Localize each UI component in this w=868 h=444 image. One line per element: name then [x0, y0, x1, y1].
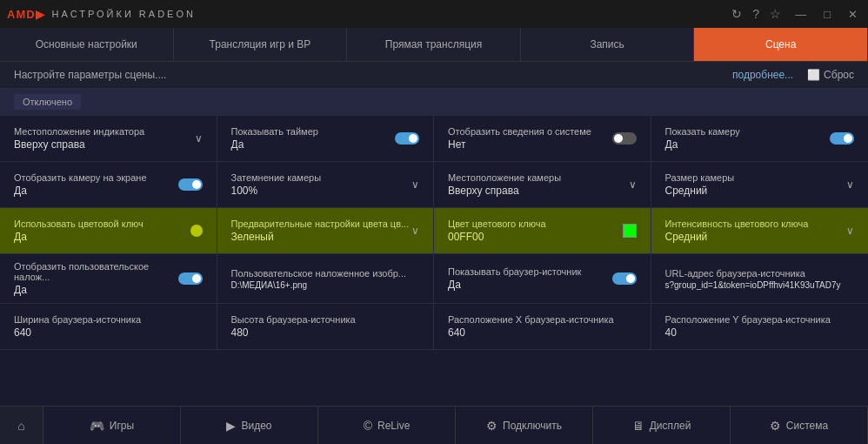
label-browser-width: Ширина браузера-источника: [14, 314, 203, 325]
cell-browser-height: Высота браузера-источника 480: [217, 304, 435, 349]
nav-system-label: Система: [786, 420, 828, 432]
value-browser-url: s?group_id=1&token=ioDPffhvi41K93uTAD7y: [665, 280, 855, 290]
maximize-button[interactable]: □: [820, 8, 834, 21]
cell-display-camera: Отобразить камеру на экране Да: [0, 162, 217, 207]
display-icon: 🖥: [632, 419, 644, 433]
app-window: AMD▶ НАСТРОЙКИ RADEON ↻ ? ☆ — □ ✕ Основн…: [0, 0, 868, 444]
tab-basic[interactable]: Основные настройки: [0, 28, 174, 61]
toggle-show-timer[interactable]: [395, 132, 419, 145]
cell-chroma-color: Цвет цветового ключа 00FF00: [434, 208, 651, 253]
label-browser-height: Высота браузера-источника: [231, 314, 420, 325]
toggle-display-camera[interactable]: [178, 178, 203, 191]
minimize-button[interactable]: —: [791, 8, 810, 21]
label-show-timer: Показывать таймер: [231, 126, 396, 137]
value-indicator-position: Вверху справа: [14, 138, 195, 151]
nav-games[interactable]: 🎮 Игры: [43, 407, 181, 444]
status-badge: Отключено: [14, 94, 81, 110]
refresh-icon[interactable]: ↻: [731, 7, 742, 21]
tab-record[interactable]: Запись: [521, 28, 695, 61]
label-show-camera: Показать камеру: [665, 126, 831, 137]
toggle-show-overlay[interactable]: [178, 272, 203, 285]
label-camera-size: Размер камеры: [665, 172, 847, 183]
value-chroma-key: Да: [14, 231, 190, 243]
cell-browser-y: Расположение Y браузера-источника 40: [651, 304, 869, 349]
tab-broadcast[interactable]: Трансляция игр и ВР: [174, 28, 348, 61]
reset-button[interactable]: ⬜ Сброс: [807, 69, 854, 81]
subtitle-bar: Настройте параметры сцены.... подробнее.…: [0, 62, 868, 89]
chevron-camera-position[interactable]: ∨: [629, 178, 637, 191]
title-bar-left: AMD▶ НАСТРОЙКИ RADEON: [7, 8, 196, 21]
nav-display[interactable]: 🖥 Дисплей: [593, 407, 731, 444]
cell-show-sysinfo: Отобразить сведения о системе Нет: [434, 116, 651, 161]
chevron-chroma-preset[interactable]: ∨: [411, 225, 419, 237]
nav-home[interactable]: ⌂: [0, 407, 43, 444]
cell-camera-position: Местоположение камеры Вверху справа ∨: [434, 162, 651, 207]
chevron-indicator-position[interactable]: ∨: [195, 132, 203, 145]
cell-camera-size: Размер камеры Средний ∨: [651, 162, 869, 207]
toggle-show-camera[interactable]: [830, 132, 854, 145]
value-show-timer: Да: [231, 138, 396, 151]
relive-icon: ©: [364, 419, 372, 433]
chevron-camera-size[interactable]: ∨: [846, 178, 854, 191]
nav-relive[interactable]: © ReLive: [318, 407, 456, 444]
settings-area: Местоположение индикатора Вверху справа …: [0, 116, 868, 427]
chevron-camera-dim[interactable]: ∨: [411, 178, 419, 191]
nav-video[interactable]: ▶ Видео: [181, 407, 318, 444]
chroma-key-dot[interactable]: [190, 225, 203, 237]
label-chroma-preset: Предварительные настройки цвета цв...: [231, 219, 412, 229]
chevron-chroma-intensity[interactable]: ∨: [846, 225, 854, 237]
bottom-nav: ⌂ 🎮 Игры ▶ Видео © ReLive ⚙ Подключить 🖥…: [0, 406, 868, 444]
settings-row-4: Отобразить пользовательское налож... Да …: [0, 254, 868, 304]
nav-display-label: Дисплей: [650, 420, 691, 432]
nav-system[interactable]: ⚙ Система: [731, 407, 868, 444]
label-browser-y: Расположение Y браузера-источника: [665, 314, 855, 325]
close-button[interactable]: ✕: [845, 8, 861, 21]
label-browser-x: Расположение X браузера-источника: [448, 314, 637, 325]
value-browser-height: 480: [231, 326, 420, 339]
video-icon: ▶: [226, 419, 236, 433]
tab-bar: Основные настройки Трансляция игр и ВР П…: [0, 28, 868, 62]
nav-connect[interactable]: ⚙ Подключить: [456, 407, 593, 444]
value-chroma-color: 00FF00: [448, 231, 623, 243]
chroma-color-swatch[interactable]: [623, 224, 637, 238]
help-icon[interactable]: ?: [752, 7, 759, 21]
cell-browser-x: Расположение X браузера-источника 640: [434, 304, 651, 349]
cell-browser-width: Ширина браузера-источника 640: [0, 304, 217, 349]
label-chroma-color: Цвет цветового ключа: [448, 219, 623, 229]
label-camera-position: Местоположение камеры: [448, 172, 629, 183]
app-title: НАСТРОЙКИ RADEON: [52, 9, 196, 19]
amd-logo: AMD▶: [7, 8, 45, 21]
nav-video-label: Видео: [241, 420, 271, 432]
cell-chroma-intensity: Интенсивность цветового ключа Средний ∨: [651, 208, 869, 253]
settings-row-2: Отобразить камеру на экране Да Затемнени…: [0, 162, 868, 208]
cell-show-camera: Показать камеру Да: [651, 116, 869, 161]
title-bar-right: ↻ ? ☆ — □ ✕: [731, 7, 861, 21]
tab-live[interactable]: Прямая трансляция: [347, 28, 521, 61]
label-show-sysinfo: Отобразить сведения о системе: [448, 126, 612, 137]
star-icon[interactable]: ☆: [770, 7, 781, 21]
value-chroma-intensity: Средний: [665, 231, 847, 243]
subtitle-text: Настройте параметры сцены....: [14, 69, 166, 81]
cell-indicator-position: Местоположение индикатора Вверху справа …: [0, 116, 217, 161]
system-icon: ⚙: [770, 419, 781, 433]
label-camera-dim: Затемнение камеры: [231, 172, 412, 183]
label-display-camera: Отобразить камеру на экране: [14, 172, 178, 183]
toggle-show-sysinfo[interactable]: [612, 132, 637, 145]
label-indicator-position: Местоположение индикатора: [14, 126, 195, 137]
value-display-camera: Да: [14, 185, 178, 197]
settings-row-3: Использовать цветовой ключ Да Предварите…: [0, 208, 868, 254]
value-show-overlay: Да: [14, 284, 178, 296]
value-browser-y: 40: [665, 326, 855, 339]
cell-chroma-preset: Предварительные настройки цвета цв... Зе…: [217, 208, 435, 253]
more-link[interactable]: подробнее...: [732, 69, 793, 81]
settings-row-1: Местоположение индикатора Вверху справа …: [0, 116, 868, 162]
settings-row-5: Ширина браузера-источника 640 Высота бра…: [0, 304, 868, 350]
tab-scene[interactable]: Сцена: [694, 28, 868, 61]
reset-icon: ⬜: [807, 69, 820, 81]
toggle-show-browser[interactable]: [612, 272, 637, 285]
nav-relive-label: ReLive: [377, 420, 410, 432]
cell-overlay-image: Пользовательское наложенное изобр... D:\…: [217, 254, 435, 303]
value-show-browser: Да: [448, 279, 612, 291]
value-browser-width: 640: [14, 326, 203, 339]
value-camera-size: Средний: [665, 185, 847, 197]
